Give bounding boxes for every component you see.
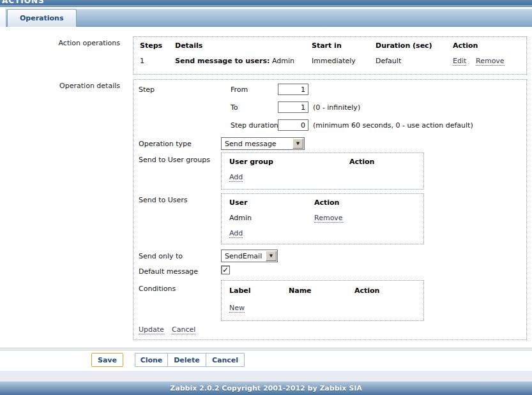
step-duration-input[interactable] <box>278 119 308 131</box>
zabbix-actions-page: ACTIONS Operations Action operations Ste… <box>0 0 532 395</box>
step-from-label: From <box>231 86 248 94</box>
send-to-users-label: Send to Users <box>139 196 188 204</box>
col-header-start-in: Start in <box>312 41 342 50</box>
operation-details-label: Operation details <box>0 82 120 90</box>
col-header-details: Details <box>175 41 202 50</box>
row-duration: Default <box>376 57 401 65</box>
default-message-label: Default message <box>139 267 198 276</box>
tab-operations[interactable]: Operations <box>7 9 77 27</box>
row-step-number: 1 <box>140 57 144 65</box>
cancel-button[interactable]: Cancel <box>206 353 245 367</box>
pre-footer-band <box>0 371 532 381</box>
users-box: User Action Admin Remove Add <box>221 193 424 244</box>
clone-button[interactable]: Clone <box>135 353 168 367</box>
step-to-label: To <box>231 103 238 112</box>
col-header-duration: Duration (sec) <box>376 41 432 50</box>
action-operations-label: Action operations <box>0 39 120 47</box>
row-details-target: Admin <box>272 57 294 65</box>
action-operations-table: Steps Details Start in Duration (sec) Ac… <box>133 36 527 75</box>
conditions-name-header: Name <box>289 287 312 295</box>
conditions-label: Conditions <box>139 285 176 293</box>
dropdown-arrow-icon[interactable]: ▼ <box>266 251 277 261</box>
tab-bar-left-strip <box>0 9 6 27</box>
button-band-divider <box>0 348 532 350</box>
default-message-checkbox[interactable]: ✓ <box>221 265 230 274</box>
operation-type-value: Send message <box>225 140 277 148</box>
send-only-to-select[interactable]: SendEmail ▼ <box>221 250 278 262</box>
user-groups-box: User group Action Add <box>221 153 424 190</box>
row-details-type: Send message to users: <box>175 57 270 65</box>
conditions-box: Label Name Action New <box>221 280 424 321</box>
row-edit-link[interactable]: Edit <box>453 57 466 66</box>
user-row-name: Admin <box>229 214 252 222</box>
page-header-bar: ACTIONS <box>0 0 532 5</box>
send-to-user-groups-label: Send to User groups <box>139 156 210 164</box>
user-action-header: Action <box>314 198 339 207</box>
users-add-link[interactable]: Add <box>229 229 243 238</box>
page-title: ACTIONS <box>2 0 45 5</box>
user-col-header: User <box>229 198 247 207</box>
col-header-action: Action <box>453 41 478 50</box>
operation-details-form: Step From To (0 - infinitely) Step durat… <box>133 79 527 340</box>
row-start-in: Immediately <box>312 57 356 65</box>
user-groups-add-link[interactable]: Add <box>229 173 243 182</box>
send-only-to-value: SendEmail <box>225 252 262 260</box>
send-only-to-label: Send only to <box>139 252 183 260</box>
conditions-label-header: Label <box>229 287 251 295</box>
check-icon: ✓ <box>222 266 229 274</box>
step-to-input[interactable] <box>278 101 308 113</box>
tab-operations-label: Operations <box>20 14 64 22</box>
update-link[interactable]: Update <box>139 325 164 334</box>
conditions-action-header: Action <box>354 287 379 295</box>
form-cancel-link[interactable]: Cancel <box>172 325 195 334</box>
step-label: Step <box>139 86 155 94</box>
save-button[interactable]: Save <box>91 353 123 367</box>
user-remove-link[interactable]: Remove <box>314 214 343 223</box>
dropdown-arrow-icon[interactable]: ▼ <box>293 138 303 149</box>
step-duration-hint: (minimum 60 seconds, 0 - use action defa… <box>313 121 473 130</box>
delete-button[interactable]: Delete <box>167 353 206 367</box>
footer-bar: Zabbix 2.0.2 Copyright 2001-2012 by Zabb… <box>0 381 532 395</box>
conditions-new-link[interactable]: New <box>229 304 245 313</box>
step-from-input[interactable] <box>278 84 308 95</box>
row-remove-link[interactable]: Remove <box>476 57 505 66</box>
step-to-hint: (0 - infinitely) <box>313 103 360 112</box>
col-header-steps: Steps <box>140 41 162 50</box>
footer-copyright: Zabbix 2.0.2 Copyright 2001-2012 by Zabb… <box>170 384 362 392</box>
operation-type-label: Operation type <box>139 140 192 148</box>
row-details: Send message to users: Admin <box>175 57 294 65</box>
operation-type-select[interactable]: Send message ▼ <box>221 137 305 150</box>
tab-bar: Operations <box>0 9 532 27</box>
user-group-col-header: User group <box>229 158 273 166</box>
user-group-action-header: Action <box>349 158 374 166</box>
step-duration-label: Step duration <box>231 121 278 130</box>
